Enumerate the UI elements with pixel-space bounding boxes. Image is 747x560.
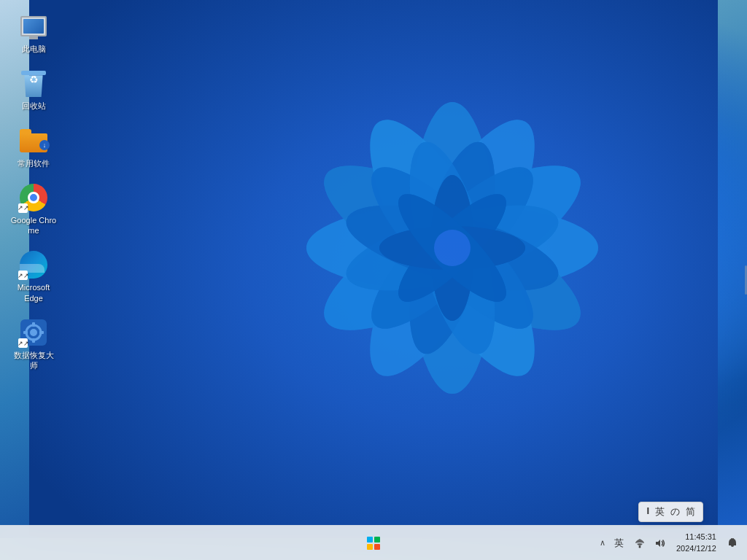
svg-rect-37 (32, 322, 35, 327)
start-button[interactable] (357, 529, 390, 557)
recycle-bin-label: 回收站 (22, 101, 46, 111)
system-tray: ∧ 英 11:45:31 2024/12/12 (597, 532, 747, 554)
win-logo-bl (367, 544, 373, 550)
taskbar-center (357, 529, 390, 557)
svg-rect-39 (23, 331, 28, 334)
google-chrome-icon[interactable]: ↗ Google Chrome (7, 179, 60, 241)
windows-logo (367, 537, 380, 550)
common-software-image: ↓ (19, 126, 48, 155)
desktop-wallpaper (0, 0, 747, 538)
recycle-bin-icon[interactable]: ♻ 回收站 (7, 64, 60, 115)
time-display: 11:45:31 (685, 532, 716, 542)
this-computer-icon[interactable]: 此电脑 (7, 7, 60, 58)
data-recovery-label: 数据恢复大师 (10, 350, 57, 371)
datetime-display[interactable]: 11:45:31 2024/12/12 (672, 532, 721, 554)
svg-point-41 (638, 545, 640, 548)
taskbar: ∧ 英 11:45:31 2024/12/12 (0, 525, 747, 560)
google-chrome-image: ↗ (19, 183, 48, 212)
volume-icon-svg (654, 537, 666, 549)
this-computer-label: 此电脑 (22, 44, 46, 54)
ime-mode: 简 (686, 505, 695, 518)
recycle-bin-image: ♻ (19, 69, 48, 98)
microsoft-edge-icon[interactable]: ↗ MicrosoftEdge (7, 246, 60, 308)
microsoft-edge-label: MicrosoftEdge (18, 282, 50, 303)
win-logo-tl (367, 537, 373, 542)
language-indicator[interactable]: 英 (611, 534, 628, 552)
network-icon-svg (634, 537, 646, 549)
date-display: 2024/12/12 (676, 543, 716, 554)
microsoft-edge-image: ↗ (19, 250, 48, 279)
svg-rect-40 (39, 331, 44, 334)
network-icon[interactable] (631, 534, 649, 552)
data-recovery-icon[interactable]: ↗ 数据恢复大师 (7, 314, 60, 376)
svg-point-33 (434, 230, 471, 266)
bell-icon (727, 537, 738, 549)
language-label: 英 (614, 537, 624, 550)
tray-overflow-button[interactable]: ∧ (597, 538, 608, 548)
google-chrome-label: Google Chrome (10, 215, 57, 236)
svg-rect-38 (32, 338, 35, 343)
ime-tooltip: I 英 の 简 (638, 502, 703, 522)
notification-button[interactable] (724, 534, 741, 552)
common-software-label: 常用软件 (18, 158, 50, 168)
ime-lang: 英 (655, 505, 665, 518)
svg-point-36 (30, 329, 37, 336)
desktop-icons-area: 此电脑 ♻ 回收站 ↓ 常用软件 ↗ (7, 7, 60, 376)
this-computer-image (19, 12, 48, 41)
ime-cursor: I (646, 505, 649, 518)
data-recovery-image: ↗ (19, 318, 48, 347)
win-logo-tr (374, 537, 380, 542)
svg-marker-42 (656, 540, 660, 547)
volume-icon[interactable] (651, 534, 669, 552)
common-software-icon[interactable]: ↓ 常用软件 (7, 122, 60, 173)
win-logo-br (374, 544, 380, 550)
ime-kana: の (670, 505, 680, 518)
